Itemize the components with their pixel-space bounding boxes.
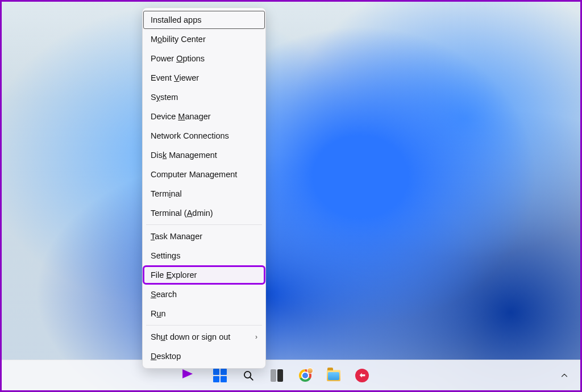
desktop-wallpaper — [2, 2, 580, 390]
winx-context-menu: Installed appsMobility CenterPower Optio… — [142, 7, 266, 369]
app-icon — [355, 369, 369, 382]
menu-separator — [146, 224, 262, 225]
winx-item-desktop[interactable]: Desktop — [143, 347, 265, 366]
pinned-app-red[interactable] — [351, 364, 373, 387]
winx-item-power-options[interactable]: Power Options — [143, 49, 265, 68]
winx-item-label: Installed apps — [151, 15, 201, 24]
winx-item-label: Network Connections — [151, 131, 229, 140]
winx-item-computer-management[interactable]: Computer Management — [143, 165, 265, 184]
winx-item-label: Settings — [151, 251, 180, 260]
winx-item-label: Search — [151, 290, 177, 299]
winx-item-label: Computer Management — [151, 170, 237, 179]
winx-item-disk-management[interactable]: Disk Management — [143, 145, 265, 165]
windows-logo-icon — [213, 369, 227, 382]
winx-item-label: Terminal — [151, 189, 182, 198]
winx-item-label: Power Options — [151, 54, 205, 63]
winx-item-label: Run — [151, 309, 166, 318]
file-explorer-app[interactable] — [322, 364, 345, 387]
task-view-icon — [271, 369, 283, 382]
taskbar — [2, 360, 580, 390]
svg-line-3 — [250, 377, 253, 380]
winx-item-label: Shut down or sign out — [151, 332, 230, 341]
folder-icon — [327, 370, 340, 381]
winx-item-label: Mobility Center — [151, 35, 206, 44]
winx-item-device-manager[interactable]: Device Manager — [143, 107, 265, 126]
winx-item-label: Disk Management — [151, 151, 217, 160]
search-icon — [242, 369, 255, 382]
chrome-icon — [299, 369, 311, 382]
winx-item-label: Event Viewer — [151, 73, 199, 82]
winx-item-settings[interactable]: Settings — [143, 246, 265, 265]
winx-item-label: Desktop — [151, 352, 181, 361]
task-view-button[interactable] — [265, 364, 288, 387]
winx-item-installed-apps[interactable]: Installed apps — [143, 10, 265, 30]
winx-item-file-explorer[interactable]: File Explorer — [143, 265, 265, 285]
winx-item-system[interactable]: System — [143, 87, 265, 107]
winx-item-network-connections[interactable]: Network Connections — [143, 126, 265, 145]
winx-item-task-manager[interactable]: Task Manager — [143, 227, 265, 246]
winx-item-event-viewer[interactable]: Event Viewer — [143, 68, 265, 87]
chrome-app[interactable] — [294, 364, 317, 387]
winx-item-shut-down[interactable]: Shut down or sign out› — [143, 327, 265, 347]
winx-item-label: System — [151, 93, 178, 102]
winx-item-mobility-center[interactable]: Mobility Center — [143, 30, 265, 49]
menu-separator — [146, 325, 262, 326]
winx-item-label: Device Manager — [151, 112, 211, 121]
winx-item-label: Task Manager — [151, 232, 202, 241]
winx-item-terminal-admin[interactable]: Terminal (Admin) — [143, 203, 265, 223]
chevron-right-icon: › — [255, 333, 257, 341]
winx-item-terminal[interactable]: Terminal — [143, 184, 265, 203]
winx-item-label: File Explorer — [151, 270, 197, 280]
tray-expand-button[interactable] — [556, 368, 572, 383]
chevron-up-icon — [560, 372, 568, 380]
winx-item-run[interactable]: Run — [143, 304, 265, 323]
winx-item-search[interactable]: Search — [143, 285, 265, 304]
winx-item-label: Terminal (Admin) — [151, 208, 213, 218]
